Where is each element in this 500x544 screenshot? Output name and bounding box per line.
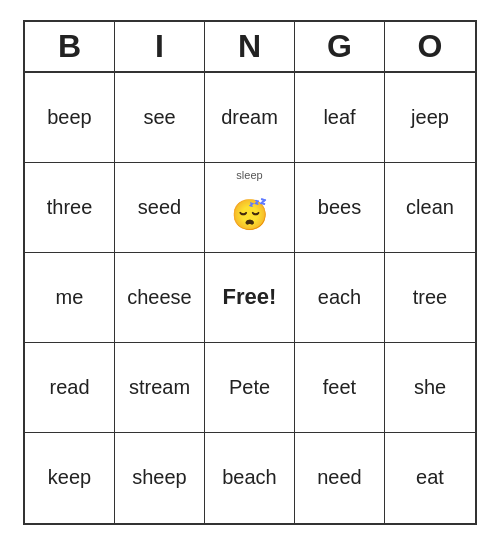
bingo-cell: bees [295, 163, 385, 253]
bingo-cell: me [25, 253, 115, 343]
cell-text: sheep [132, 466, 187, 489]
cell-text: clean [406, 196, 454, 219]
bingo-cell: Free! [205, 253, 295, 343]
bingo-cell: need [295, 433, 385, 523]
bingo-cell: seed [115, 163, 205, 253]
cell-text: beach [222, 466, 277, 489]
cell-text: stream [129, 376, 190, 399]
cell-text: she [414, 376, 446, 399]
cell-text: dream [221, 106, 278, 129]
bingo-cell: sleep😴 [205, 163, 295, 253]
bingo-cell: she [385, 343, 475, 433]
header-letter: G [295, 22, 385, 71]
bingo-cell: read [25, 343, 115, 433]
bingo-cell: leaf [295, 73, 385, 163]
cell-text: leaf [323, 106, 355, 129]
bingo-cell: tree [385, 253, 475, 343]
bingo-cell: each [295, 253, 385, 343]
cell-text: me [56, 286, 84, 309]
bingo-cell: jeep [385, 73, 475, 163]
bingo-cell: sheep [115, 433, 205, 523]
bingo-header: BINGO [25, 22, 475, 73]
bingo-cell: see [115, 73, 205, 163]
bingo-cell: three [25, 163, 115, 253]
bingo-cell: keep [25, 433, 115, 523]
cell-text: tree [413, 286, 447, 309]
cell-text: seed [138, 196, 181, 219]
cell-emoji: 😴 [231, 197, 268, 232]
cell-text: read [49, 376, 89, 399]
bingo-cell: clean [385, 163, 475, 253]
cell-sublabel: sleep [236, 169, 262, 181]
cell-text: keep [48, 466, 91, 489]
cell-text: each [318, 286, 361, 309]
bingo-grid: beepseedreamleafjeepthreeseedsleep😴beesc… [25, 73, 475, 523]
header-letter: O [385, 22, 475, 71]
cell-text: cheese [127, 286, 192, 309]
cell-text: beep [47, 106, 92, 129]
cell-text: Free! [223, 284, 277, 310]
cell-text: feet [323, 376, 356, 399]
cell-text: jeep [411, 106, 449, 129]
bingo-cell: beep [25, 73, 115, 163]
cell-text: need [317, 466, 362, 489]
cell-text: bees [318, 196, 361, 219]
bingo-cell: dream [205, 73, 295, 163]
bingo-cell: stream [115, 343, 205, 433]
bingo-cell: eat [385, 433, 475, 523]
header-letter: N [205, 22, 295, 71]
bingo-card: BINGO beepseedreamleafjeepthreeseedsleep… [23, 20, 477, 525]
cell-text: Pete [229, 376, 270, 399]
bingo-cell: beach [205, 433, 295, 523]
cell-text: eat [416, 466, 444, 489]
header-letter: I [115, 22, 205, 71]
header-letter: B [25, 22, 115, 71]
cell-text: three [47, 196, 93, 219]
bingo-cell: cheese [115, 253, 205, 343]
bingo-cell: Pete [205, 343, 295, 433]
bingo-cell: feet [295, 343, 385, 433]
cell-text: see [143, 106, 175, 129]
